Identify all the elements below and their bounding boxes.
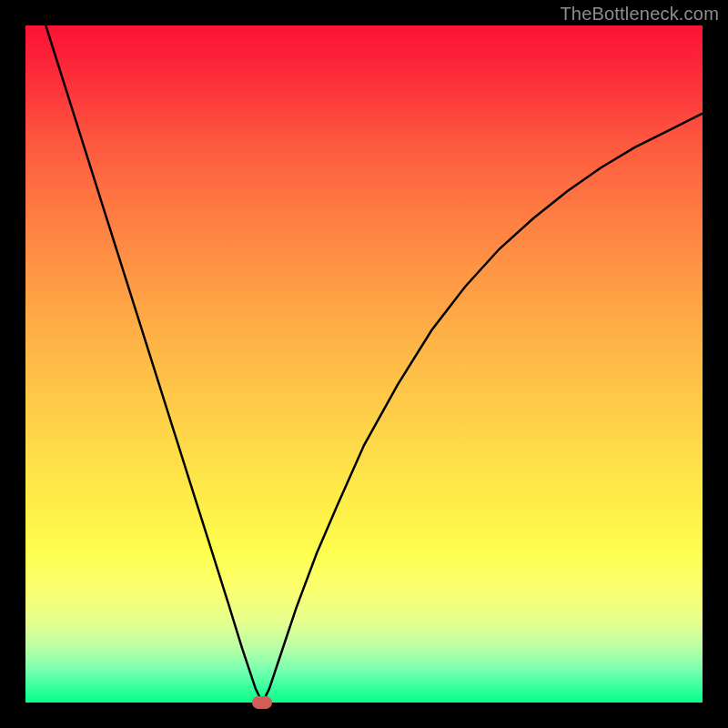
bottleneck-curve (25, 25, 703, 703)
chart-area (25, 25, 703, 703)
optimal-point-marker (252, 696, 272, 709)
watermark-text: TheBottleneck.com (560, 4, 719, 25)
